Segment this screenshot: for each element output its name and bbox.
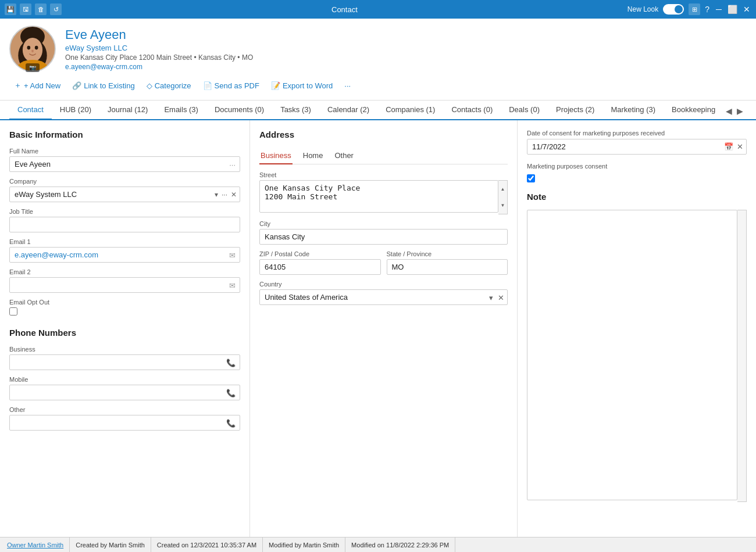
- consent-date-icons: 📅 ✕: [724, 142, 743, 151]
- phone-section-title: Phone Numbers: [9, 328, 240, 338]
- refresh-icon[interactable]: ↺: [50, 3, 62, 15]
- tab-tasks[interactable]: Tasks (3): [272, 101, 319, 120]
- mobile-phone-label: Mobile: [9, 376, 240, 383]
- zip-input[interactable]: [259, 259, 381, 275]
- full-name-more-icon[interactable]: ···: [229, 160, 236, 169]
- email1-field-wrap: ✉: [9, 247, 240, 263]
- consent-label: Date of consent for marketing purposes r…: [527, 130, 747, 137]
- tab-deals[interactable]: Deals (0): [501, 101, 548, 120]
- street-scrollbar: ▲ ▼: [498, 180, 508, 214]
- email1-send-icon[interactable]: ✉: [229, 250, 236, 259]
- delete-icon[interactable]: 🗑: [35, 3, 47, 15]
- more-options-button[interactable]: ···: [340, 79, 355, 92]
- mobile-phone-wrap: 📞: [9, 385, 240, 400]
- status-bar: Owner Martin Smith Created by Martin Smi…: [0, 537, 756, 552]
- svg-point-4: [27, 46, 31, 50]
- contact-address-line: One Kansas City Place 1200 Main Street •…: [65, 53, 747, 62]
- avatar-camera-button[interactable]: 📷: [26, 63, 40, 72]
- tab-companies[interactable]: Companies (1): [377, 101, 443, 120]
- other-phone-label: Other: [9, 406, 240, 413]
- add-new-button[interactable]: ＋ + Add New: [9, 78, 65, 93]
- note-wrap: [527, 210, 747, 502]
- city-input[interactable]: [259, 229, 508, 245]
- export-to-word-button[interactable]: 📝 Export to Word: [266, 79, 337, 92]
- add-icon: ＋: [14, 80, 22, 91]
- country-select[interactable]: United States of America: [259, 289, 508, 305]
- addr-tab-home[interactable]: Home: [302, 148, 324, 164]
- save-icon[interactable]: 💾: [5, 3, 16, 15]
- note-input[interactable]: [527, 210, 737, 500]
- business-phone-icon: 📞: [226, 358, 236, 367]
- zip-label: ZIP / Postal Code: [259, 250, 381, 257]
- company-label: Company: [9, 178, 240, 185]
- company-more-icon[interactable]: ···: [222, 191, 227, 199]
- addr-tab-other[interactable]: Other: [333, 148, 355, 164]
- company-field-wrap: ▾ ··· ✕: [9, 187, 240, 202]
- send-as-pdf-button[interactable]: 📄 Send as PDF: [198, 79, 264, 92]
- state-input[interactable]: [387, 259, 508, 275]
- left-panel: Basic Information Full Name ··· Company …: [0, 120, 250, 537]
- company-dropdown-icon[interactable]: ▾: [215, 191, 218, 199]
- mobile-phone-input[interactable]: [9, 385, 240, 400]
- consent-date-input[interactable]: [527, 139, 747, 155]
- categorize-button[interactable]: ◇ Categorize: [142, 79, 196, 92]
- street-area: One Kansas City Place ▲ ▼: [259, 180, 508, 214]
- consent-clear-icon[interactable]: ✕: [737, 142, 743, 151]
- street-scroll-up[interactable]: ▲: [498, 181, 507, 198]
- word-icon: 📝: [271, 81, 280, 90]
- main-content: Basic Information Full Name ··· Company …: [0, 120, 756, 537]
- status-created-by: Created by Martin Smith: [70, 537, 151, 552]
- minimize-button[interactable]: ─: [714, 5, 723, 14]
- consent-calendar-icon[interactable]: 📅: [724, 142, 733, 151]
- titlebar-right: New Look ⊞ ? ─ ⬜ ✕: [627, 3, 751, 15]
- tab-hub[interactable]: HUB (20): [52, 101, 99, 120]
- svg-point-6: [31, 49, 34, 52]
- middle-panel: Address Business Home Other Street One K…: [250, 120, 518, 537]
- help-button[interactable]: ?: [705, 5, 709, 14]
- new-look-toggle[interactable]: [663, 4, 684, 15]
- marketing-consent-checkbox[interactable]: [527, 174, 535, 182]
- street-input[interactable]: One Kansas City Place: [259, 180, 498, 213]
- save-as-icon[interactable]: 🖫: [20, 3, 31, 15]
- job-title-input[interactable]: [9, 217, 240, 232]
- company-input[interactable]: [9, 187, 240, 202]
- tab-calendar[interactable]: Calendar (2): [319, 101, 377, 120]
- email1-input[interactable]: [9, 247, 240, 263]
- categorize-icon: ◇: [147, 81, 152, 90]
- company-clear-icon[interactable]: ✕: [231, 191, 237, 199]
- full-name-input[interactable]: [9, 156, 240, 172]
- pdf-icon: 📄: [203, 81, 212, 90]
- tab-bookkeeping[interactable]: Bookkeeping: [664, 101, 723, 120]
- contact-info: Eve Ayeen eWay System LLC One Kansas Cit…: [65, 27, 747, 71]
- tab-projects[interactable]: Projects (2): [548, 101, 602, 120]
- tab-marketing[interactable]: Marketing (3): [602, 101, 664, 120]
- nav-icon[interactable]: ⊞: [689, 3, 700, 15]
- consent-date-wrap: 📅 ✕: [527, 139, 747, 155]
- tab-prev-button[interactable]: ◀: [723, 103, 734, 119]
- tab-contact[interactable]: Contact: [9, 101, 52, 120]
- tab-documents[interactable]: Documents (0): [206, 101, 272, 120]
- email2-send-icon[interactable]: ✉: [229, 281, 236, 289]
- email2-input[interactable]: [9, 277, 240, 293]
- close-button[interactable]: ✕: [742, 5, 751, 14]
- other-phone-input[interactable]: [9, 415, 240, 431]
- tab-contacts[interactable]: Contacts (0): [443, 101, 501, 120]
- contact-email-link[interactable]: e.ayeen@eway-crm.com: [65, 63, 747, 71]
- tab-journal[interactable]: Journal (12): [99, 101, 156, 120]
- owner-link[interactable]: Owner Martin Smith: [7, 542, 63, 549]
- maximize-button[interactable]: ⬜: [728, 5, 737, 14]
- country-dropdown-icon[interactable]: ▾: [489, 293, 493, 302]
- addr-tab-business[interactable]: Business: [259, 148, 293, 164]
- link-to-existing-button[interactable]: 🔗 Link to Existing: [67, 79, 139, 92]
- email-opt-out-checkbox[interactable]: [9, 307, 17, 316]
- tabs-bar: Contact HUB (20) Journal (12) Emails (3)…: [0, 101, 756, 120]
- more-icon: ···: [344, 81, 351, 90]
- other-phone-wrap: 📞: [9, 415, 240, 431]
- company-icons: ▾ ··· ✕: [215, 191, 237, 199]
- business-phone-input[interactable]: [9, 354, 240, 370]
- street-label: Street: [259, 171, 508, 178]
- country-clear-icon[interactable]: ✕: [498, 293, 504, 302]
- tab-next-button[interactable]: ▶: [734, 103, 746, 119]
- tab-emails[interactable]: Emails (3): [156, 101, 206, 120]
- street-scroll-down[interactable]: ▼: [498, 198, 507, 214]
